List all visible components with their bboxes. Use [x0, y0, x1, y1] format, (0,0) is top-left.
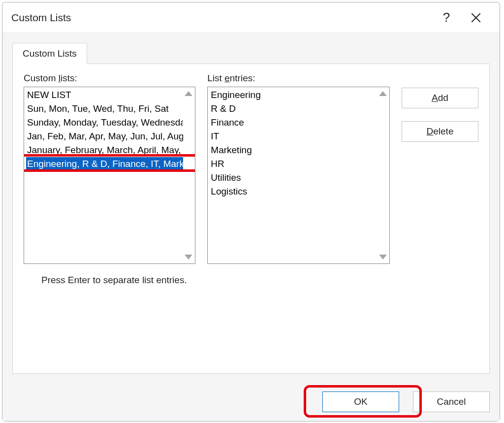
custom-lists-label: Custom lists: [24, 73, 195, 84]
list-entries-column: List entries: EngineeringR & DFinanceITM… [207, 73, 390, 264]
close-icon [471, 13, 481, 23]
close-button[interactable] [461, 7, 491, 29]
list-entries-listbox[interactable]: EngineeringR & DFinanceITMarketingHRUtil… [207, 87, 390, 264]
cancel-button[interactable]: Cancel [413, 391, 490, 412]
scrollbar[interactable] [183, 88, 194, 262]
list-item[interactable]: Utilities [210, 171, 378, 185]
title-bar: Custom Lists ? [2, 2, 500, 33]
dialog-title: Custom Lists [11, 12, 432, 24]
ok-button[interactable]: OK [322, 391, 399, 412]
hint-text: Press Enter to separate list entries. [41, 275, 478, 286]
list-item[interactable]: Engineering [210, 88, 378, 102]
list-item[interactable]: Marketing [210, 143, 378, 157]
list-item[interactable]: HR [210, 157, 378, 171]
list-item[interactable]: January, February, March, April, May, Ju… [26, 143, 183, 157]
buttons-column: Add Delete [402, 73, 478, 264]
list-item[interactable]: Jan, Feb, Mar, Apr, May, Jun, Jul, Aug, … [26, 130, 183, 143]
add-button[interactable]: Add [402, 88, 478, 108]
tab-custom-lists[interactable]: Custom Lists [12, 43, 87, 64]
scroll-up-icon [379, 91, 387, 96]
list-item[interactable]: NEW LIST [26, 88, 183, 102]
scrollbar[interactable] [378, 88, 388, 262]
custom-lists-listbox[interactable]: NEW LISTSun, Mon, Tue, Wed, Thu, Fri, Sa… [24, 87, 195, 264]
dialog-footer: OK Cancel [2, 383, 500, 421]
delete-button[interactable]: Delete [402, 121, 478, 142]
scroll-down-icon [185, 255, 192, 260]
list-item[interactable]: Sun, Mon, Tue, Wed, Thu, Fri, Sat [26, 102, 183, 116]
custom-lists-column: Custom lists: NEW LISTSun, Mon, Tue, Wed… [24, 73, 195, 264]
scroll-down-icon [379, 255, 387, 260]
tab-panel: Custom lists: NEW LISTSun, Mon, Tue, Wed… [12, 64, 490, 374]
list-item[interactable]: IT [210, 130, 378, 143]
list-entries-label: List entries: [207, 73, 390, 84]
tab-strip: Custom Lists [12, 43, 490, 64]
list-item[interactable]: Logistics [210, 185, 378, 198]
list-item[interactable]: Finance [210, 116, 378, 130]
scroll-up-icon [185, 91, 192, 96]
dialog-body: Custom Lists Custom lists: NEW LISTSun, … [2, 33, 500, 383]
custom-lists-dialog: Custom Lists ? Custom Lists Custom lists… [2, 2, 500, 422]
list-item[interactable]: R & D [210, 102, 378, 116]
help-button[interactable]: ? [432, 7, 461, 29]
list-item[interactable]: Sunday, Monday, Tuesday, Wednesday, Thur… [26, 116, 183, 130]
list-item[interactable]: Engineering, R & D, Finance, IT, Marketi… [26, 157, 183, 171]
